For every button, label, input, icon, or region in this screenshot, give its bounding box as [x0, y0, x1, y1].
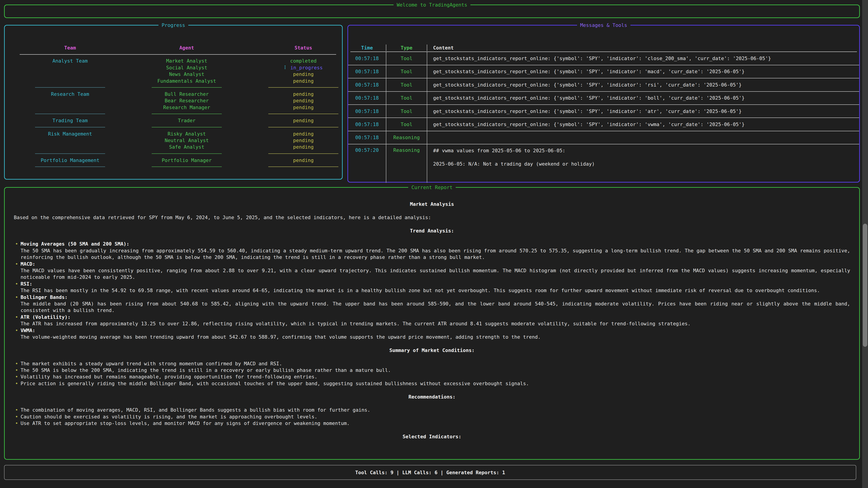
message-content: get_stockstats_indicators_report_online:…	[427, 78, 859, 91]
column-header-type: Type	[386, 44, 427, 51]
column-header-agent: Agent	[152, 44, 222, 51]
status-cell: pending	[268, 157, 338, 164]
message-time: 00:57:20	[348, 144, 386, 183]
column-header-content: Content	[427, 44, 859, 51]
spinner-icon: ⠇	[284, 65, 288, 70]
bullet-term: ATR (Volatility):	[21, 314, 850, 320]
report-bullet: RSI:The RSI has been mostly in the 54.92…	[14, 281, 850, 294]
status-cell: pending	[268, 97, 338, 104]
report-panel-title: Current Report	[408, 184, 456, 191]
messages-table-header: Time Type Content	[348, 44, 859, 51]
progress-row: Research TeamBull Researcherpending	[35, 91, 342, 97]
agent-cell: Fundamentals Analyst	[152, 78, 222, 84]
group-separator	[35, 84, 342, 91]
message-row: 00:57:18Toolget_stockstats_indicators_re…	[348, 92, 859, 105]
progress-groups: Analyst TeamMarket AnalystcompletedSocia…	[5, 58, 342, 170]
message-time: 00:57:18	[348, 92, 386, 104]
group-separator	[35, 111, 342, 117]
team-cell: Research Team	[35, 91, 105, 97]
agent-cell: Bear Researcher	[152, 97, 222, 104]
team-separator-line	[35, 87, 105, 88]
status-cell: pending	[268, 144, 338, 150]
header-separator	[20, 54, 336, 55]
message-type: Tool	[386, 92, 427, 104]
type-badge: Tool	[401, 56, 412, 61]
agent-cell: Safe Analyst	[152, 144, 222, 150]
agent-separator-line	[152, 127, 222, 127]
time-text: 00:57:18	[355, 108, 379, 114]
team-cell	[35, 64, 105, 71]
content-text: get_stockstats_indicators_report_online:…	[433, 56, 771, 61]
report-intro: Based on the comprehensive data retrieve…	[14, 214, 850, 221]
report-bullet: ATR (Volatility):The ATR has increased f…	[14, 314, 850, 327]
progress-row: Portfolio ManagementPortfolio Managerpen…	[35, 157, 342, 164]
type-badge: Reasoning	[393, 147, 420, 153]
bullet-text: The ATR has increased from approximately…	[21, 320, 850, 327]
message-type: Tool	[386, 65, 427, 78]
column-header-status: Status	[268, 44, 338, 51]
team-separator-line	[35, 127, 105, 127]
agent-cell: Risky Analyst	[152, 131, 222, 137]
group-separator	[35, 151, 342, 157]
status-cell: completed	[268, 58, 338, 64]
message-type: Tool	[386, 52, 427, 65]
message-time: 00:57:18	[348, 131, 386, 144]
progress-panel: Progress Team Agent Status Analyst TeamM…	[4, 25, 343, 180]
report-section-heading: Selected Indicators:	[14, 433, 850, 440]
bullet-text: The middle band (20 SMA) has been rising…	[21, 300, 850, 314]
message-type: Tool	[386, 105, 427, 118]
message-time: 00:57:18	[348, 105, 386, 118]
report-section-heading: Summary of Market Conditions:	[14, 347, 850, 354]
bullet-text: The RSI has been mostly in the 54.92 to …	[21, 287, 850, 294]
team-cell	[35, 97, 105, 104]
report-bullet: Caution should be exercised as volatilit…	[14, 414, 850, 420]
time-text: 00:57:18	[355, 95, 379, 101]
message-type: Tool	[386, 78, 427, 91]
report-main-heading: Market Analysis	[14, 201, 850, 207]
status-separator-line	[268, 153, 338, 154]
content-text: get_stockstats_indicators_report_online:…	[433, 82, 742, 88]
agent-cell: Bull Researcher	[152, 91, 222, 97]
message-type: Reasoning	[386, 144, 427, 183]
time-text: 00:57:18	[355, 82, 379, 88]
time-text: 00:57:20	[355, 147, 379, 153]
report-bullet: Moving Averages (50 SMA and 200 SMA):The…	[14, 240, 850, 260]
progress-row: Bear Researcherpending	[35, 97, 342, 104]
time-text: 00:57:18	[355, 56, 379, 61]
status-separator-line	[268, 87, 338, 88]
bullet-term: VWMA:	[21, 327, 850, 334]
message-content: ## vwma values from 2025-05-06 to 2025-0…	[427, 144, 859, 183]
stats-footer: Tool Calls: 9 | LLM Calls: 6 | Generated…	[4, 465, 856, 480]
message-time: 00:57:18	[348, 65, 386, 78]
message-row: 00:57:18Toolget_stockstats_indicators_re…	[348, 65, 859, 78]
agent-cell: Market Analyst	[152, 58, 222, 64]
bullet-text: Volatility has increased but remains man…	[21, 373, 850, 380]
team-cell	[35, 104, 105, 111]
bullet-term: MACD:	[21, 261, 850, 267]
report-bullet: Price action is generally riding the mid…	[14, 380, 850, 387]
time-text: 00:57:18	[355, 122, 379, 127]
type-badge: Tool	[401, 108, 412, 114]
team-cell: Trading Team	[35, 117, 105, 124]
progress-row: Safe Analystpending	[35, 144, 342, 150]
status-separator-line	[268, 113, 338, 114]
message-time: 00:57:18	[348, 78, 386, 91]
progress-row: Analyst TeamMarket Analystcompleted	[35, 58, 342, 64]
scrollbar-thumb[interactable]	[863, 224, 867, 347]
report-body: Market Analysis Based on the comprehensi…	[5, 188, 859, 440]
agent-cell: Portfolio Manager	[152, 157, 222, 164]
content-text: get_stockstats_indicators_report_online:…	[433, 108, 742, 114]
report-bullet: The market exhibits a steady upward tren…	[14, 360, 850, 367]
status-separator-line	[268, 127, 338, 127]
column-header-team: Team	[35, 44, 105, 51]
content-line: ## vwma values from 2025-05-06 to 2025-0…	[433, 147, 859, 154]
team-cell	[35, 71, 105, 77]
terminal-screen: Welcome to TradingAgents Progress Team A…	[0, 0, 868, 488]
scrollbar-track[interactable]	[862, 0, 868, 488]
agent-separator-line	[152, 153, 222, 154]
team-cell	[35, 78, 105, 84]
status-text: in_progress	[290, 65, 322, 70]
agent-cell: Research Manager	[152, 104, 222, 111]
message-type: Reasoning	[386, 131, 427, 144]
bullet-text: The 50 SMA has been gradually increasing…	[21, 248, 850, 261]
